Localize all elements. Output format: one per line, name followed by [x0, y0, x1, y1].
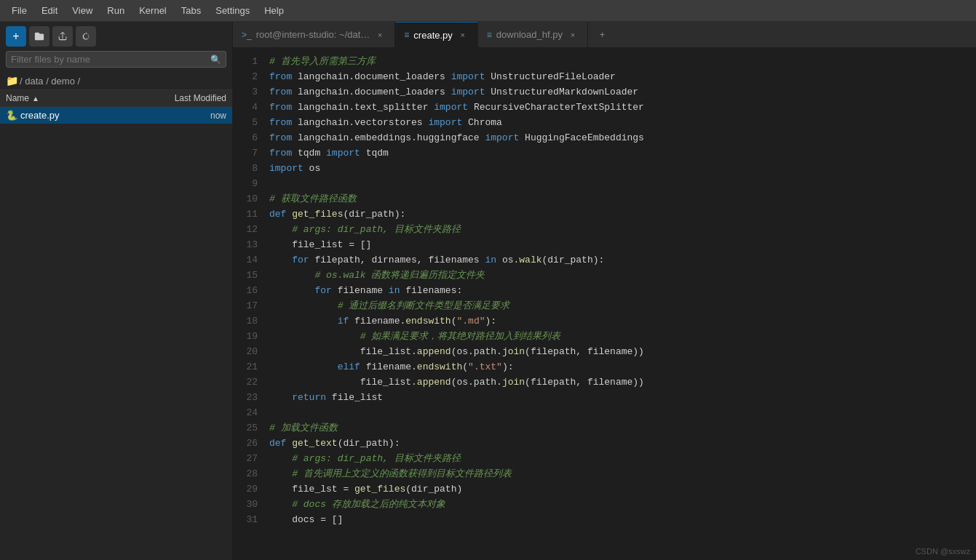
line-number: 28: [233, 466, 269, 481]
menu-settings[interactable]: Settings: [210, 2, 255, 19]
file-modified: now: [161, 111, 226, 121]
table-row: 24: [233, 405, 976, 420]
refresh-button[interactable]: [76, 26, 96, 47]
create-tab-icon: ≡: [404, 30, 409, 40]
line-content: from langchain.embeddings.huggingface im…: [269, 130, 976, 145]
line-number: 31: [233, 512, 269, 527]
col-name-header[interactable]: Name ▲: [6, 93, 161, 103]
line-number: 27: [233, 451, 269, 466]
line-content: # 通过后缀名判断文件类型是否满足要求: [269, 298, 976, 313]
upload-button[interactable]: [52, 26, 73, 47]
menubar: File Edit View Run Kernel Tabs Settings …: [0, 0, 976, 22]
table-row: 3from langchain.document_loaders import …: [233, 84, 976, 100]
line-content: # 获取文件路径函数: [269, 191, 976, 207]
line-number: 3: [233, 84, 269, 100]
line-content: # 首先调用上文定义的函数获得到目标文件路径列表: [269, 466, 976, 481]
line-number: 4: [233, 100, 269, 115]
add-tab-button[interactable]: +: [590, 22, 615, 47]
tab-terminal[interactable]: >_ root@intern-studio: ~/dat… ×: [233, 22, 395, 47]
line-content: return file_list: [269, 390, 976, 405]
tab-create-label: create.py: [413, 30, 452, 41]
menu-help[interactable]: Help: [258, 2, 290, 19]
breadcrumb: 📁 / data / demo /: [0, 72, 232, 89]
line-number: 29: [233, 481, 269, 497]
menu-edit[interactable]: Edit: [36, 2, 63, 19]
table-row: 9: [233, 176, 976, 191]
table-row: 23 return file_list: [233, 390, 976, 405]
new-folder-button[interactable]: [29, 26, 49, 47]
tab-terminal-close[interactable]: ×: [374, 29, 386, 41]
line-number: 11: [233, 207, 269, 222]
line-number: 26: [233, 436, 269, 451]
line-number: 17: [233, 298, 269, 313]
editor-area: >_ root@intern-studio: ~/dat… × ≡ create…: [233, 22, 976, 560]
search-input[interactable]: [11, 54, 210, 65]
line-content: docs = []: [269, 512, 976, 527]
line-number: 8: [233, 161, 269, 176]
table-row: 31 docs = []: [233, 512, 976, 527]
table-row: 30 # docs 存放加载之后的纯文本对象: [233, 497, 976, 512]
main-layout: + 🔍 📁 / data / demo / Name ▲: [0, 22, 976, 560]
table-row: 2from langchain.document_loaders import …: [233, 69, 976, 84]
python-file-icon: 🐍: [6, 110, 20, 121]
table-row: 16 for filename in filenames:: [233, 283, 976, 298]
line-content: file_list.append(os.path.join(filepath, …: [269, 344, 976, 359]
line-number: 13: [233, 237, 269, 252]
table-row: 26def get_text(dir_path):: [233, 436, 976, 451]
line-content: from tqdm import tqdm: [269, 145, 976, 161]
sidebar-toolbar: +: [0, 22, 232, 51]
line-number: 12: [233, 222, 269, 237]
code-editor[interactable]: 1# 首先导入所需第三方库2from langchain.document_lo…: [233, 48, 976, 560]
line-content: from langchain.document_loaders import U…: [269, 69, 976, 84]
line-number: 15: [233, 268, 269, 283]
menu-kernel[interactable]: Kernel: [133, 2, 172, 19]
col-modified-header[interactable]: Last Modified: [161, 93, 226, 103]
sidebar: + 🔍 📁 / data / demo / Name ▲: [0, 22, 233, 560]
table-row: 6from langchain.embeddings.huggingface i…: [233, 130, 976, 145]
list-item[interactable]: 🐍 create.py now: [0, 107, 232, 124]
line-content: [269, 176, 976, 191]
line-content: # docs 存放加载之后的纯文本对象: [269, 497, 976, 512]
line-number: 9: [233, 176, 269, 191]
line-number: 16: [233, 283, 269, 298]
line-content: for filename in filenames:: [269, 283, 976, 298]
line-content: # os.walk 函数将递归遍历指定文件夹: [269, 268, 976, 283]
tab-create-close[interactable]: ×: [457, 29, 469, 41]
table-row: 4from langchain.text_splitter import Rec…: [233, 100, 976, 115]
line-number: 2: [233, 69, 269, 84]
table-row: 25# 加载文件函数: [233, 420, 976, 436]
line-content: file_list.append(os.path.join(filepath, …: [269, 375, 976, 390]
line-content: from langchain.document_loaders import U…: [269, 84, 976, 100]
menu-view[interactable]: View: [66, 2, 98, 19]
table-row: 1# 首先导入所需第三方库: [233, 54, 976, 69]
new-file-button[interactable]: +: [6, 26, 26, 47]
menu-run[interactable]: Run: [101, 2, 130, 19]
tab-terminal-label: root@intern-studio: ~/dat…: [256, 29, 370, 40]
menu-tabs[interactable]: Tabs: [175, 2, 207, 19]
line-content: # args: dir_path, 目标文件夹路径: [269, 451, 976, 466]
col-name-label: Name: [6, 93, 29, 103]
line-number: 24: [233, 405, 269, 420]
tab-download-label: download_hf.py: [496, 29, 563, 40]
line-number: 21: [233, 359, 269, 375]
table-row: 12 # args: dir_path, 目标文件夹路径: [233, 222, 976, 237]
line-number: 10: [233, 191, 269, 207]
line-number: 6: [233, 130, 269, 145]
table-row: 28 # 首先调用上文定义的函数获得到目标文件路径列表: [233, 466, 976, 481]
file-name: create.py: [20, 110, 161, 121]
terminal-tab-icon: >_: [242, 30, 252, 40]
watermark: CSDN @sxswz: [916, 547, 970, 556]
line-number: 19: [233, 329, 269, 344]
table-row: 20 file_list.append(os.path.join(filepat…: [233, 344, 976, 359]
table-row: 11def get_files(dir_path):: [233, 207, 976, 222]
line-number: 18: [233, 313, 269, 329]
table-row: 29 file_lst = get_files(dir_path): [233, 481, 976, 497]
line-content: [269, 405, 976, 420]
tab-download-close[interactable]: ×: [567, 29, 579, 41]
line-content: # 首先导入所需第三方库: [269, 54, 976, 69]
tab-download[interactable]: ≡ download_hf.py ×: [478, 22, 588, 47]
line-content: from langchain.vectorstores import Chrom…: [269, 115, 976, 130]
tab-create[interactable]: ≡ create.py ×: [395, 22, 478, 47]
menu-file[interactable]: File: [6, 2, 33, 19]
line-content: # args: dir_path, 目标文件夹路径: [269, 222, 976, 237]
